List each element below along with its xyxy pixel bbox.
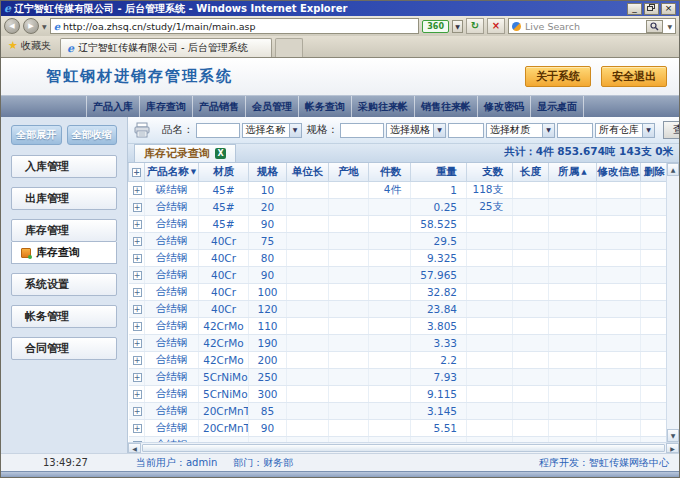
- minimize-button[interactable]: _: [627, 3, 642, 15]
- expand-icon[interactable]: +: [133, 390, 142, 399]
- column-header-product-name[interactable]: 产品名称▼: [145, 163, 199, 181]
- expand-icon[interactable]: +: [133, 186, 142, 195]
- menu-item-4[interactable]: 会员管理: [246, 96, 299, 117]
- inventory-query-tab[interactable]: 库存记录查询 X: [134, 144, 236, 162]
- expand-icon[interactable]: +: [133, 373, 142, 382]
- cell-delete[interactable]: [641, 402, 667, 419]
- history-dropdown-icon[interactable]: ▼: [42, 23, 47, 30]
- back-button[interactable]: ◀: [4, 18, 20, 34]
- scroll-right-icon[interactable]: ▶: [666, 443, 679, 453]
- restore-button[interactable]: [644, 3, 659, 15]
- refresh-button[interactable]: ↻: [466, 18, 484, 34]
- menu-item-6[interactable]: 采购往来帐: [352, 96, 415, 117]
- menu-item-5[interactable]: 帐务查询: [299, 96, 352, 117]
- new-tab-button[interactable]: [275, 38, 303, 57]
- cell-delete[interactable]: [641, 232, 667, 249]
- favorites-button[interactable]: ★ 收藏夹: [4, 39, 57, 57]
- menu-item-9[interactable]: 显示桌面: [531, 96, 584, 117]
- cell-delete[interactable]: [641, 249, 667, 266]
- sidebar-group-button[interactable]: 入库管理: [11, 155, 117, 178]
- column-header-modify-info[interactable]: 修改信息: [597, 163, 641, 181]
- row-expand-cell[interactable]: +: [129, 266, 145, 283]
- cell-delete[interactable]: [641, 334, 667, 351]
- row-expand-cell[interactable]: +: [129, 198, 145, 215]
- row-expand-cell[interactable]: +: [129, 368, 145, 385]
- about-system-button[interactable]: 关于系统: [525, 66, 591, 87]
- row-expand-cell[interactable]: +: [129, 181, 145, 198]
- collapse-all-button[interactable]: 全部收缩: [67, 125, 118, 145]
- sidebar-group-button[interactable]: 库存管理: [11, 219, 117, 242]
- row-expand-cell[interactable]: +: [129, 334, 145, 351]
- row-expand-cell[interactable]: +: [129, 317, 145, 334]
- sidebar-item[interactable]: 库存查询: [11, 242, 117, 264]
- row-expand-cell[interactable]: +: [129, 351, 145, 368]
- name-input[interactable]: [196, 123, 240, 138]
- column-header-weight[interactable]: 重量: [411, 163, 467, 181]
- address-url[interactable]: http://oa.zhsq.cn/study/1/main/main.asp: [63, 21, 256, 32]
- expand-icon[interactable]: +: [133, 203, 142, 212]
- row-expand-cell[interactable]: +: [129, 419, 145, 436]
- expand-icon[interactable]: +: [133, 220, 142, 229]
- excel-export-icon[interactable]: X: [215, 148, 226, 159]
- cell-delete[interactable]: [641, 198, 667, 215]
- cell-delete[interactable]: [641, 266, 667, 283]
- expand-icon[interactable]: +: [133, 254, 142, 263]
- expand-icon[interactable]: +: [133, 237, 142, 246]
- sidebar-group-button[interactable]: 帐务管理: [11, 305, 117, 328]
- expand-all-button[interactable]: 全部展开: [11, 125, 62, 145]
- material-input[interactable]: [448, 123, 484, 138]
- row-expand-cell[interactable]: +: [129, 232, 145, 249]
- menu-item-1[interactable]: 产品入库: [86, 96, 140, 117]
- menu-item-3[interactable]: 产品销售: [193, 96, 246, 117]
- horizontal-scrollbar[interactable]: ◀ ▶: [128, 442, 679, 453]
- expand-icon[interactable]: +: [132, 168, 141, 177]
- menu-item-2[interactable]: 库存查询: [140, 96, 193, 117]
- expand-all-header[interactable]: +: [129, 163, 145, 181]
- cell-delete[interactable]: [641, 351, 667, 368]
- cell-delete[interactable]: [641, 215, 667, 232]
- expand-icon[interactable]: +: [133, 288, 142, 297]
- sidebar-group-button[interactable]: 系统设置: [11, 273, 117, 296]
- logout-button[interactable]: 安全退出: [601, 66, 667, 87]
- cell-delete[interactable]: [641, 419, 667, 436]
- cell-delete[interactable]: [641, 300, 667, 317]
- row-expand-cell[interactable]: +: [129, 402, 145, 419]
- cell-delete[interactable]: [641, 385, 667, 402]
- row-expand-cell[interactable]: +: [129, 249, 145, 266]
- column-header-piece-count[interactable]: 件数: [369, 163, 411, 181]
- column-header-origin[interactable]: 产地: [329, 163, 369, 181]
- column-header-unit-length[interactable]: 单位长: [287, 163, 329, 181]
- spec-select[interactable]: 选择规格▼: [386, 123, 446, 138]
- menu-item-7[interactable]: 销售往来帐: [415, 96, 478, 117]
- row-expand-cell[interactable]: +: [129, 385, 145, 402]
- cell-delete[interactable]: [641, 368, 667, 385]
- forward-button[interactable]: ▶: [23, 18, 39, 34]
- cell-delete[interactable]: [641, 181, 667, 198]
- column-header-length[interactable]: 长度: [513, 163, 549, 181]
- search-input[interactable]: Live Search ▼: [508, 18, 676, 34]
- search-go-button[interactable]: [646, 20, 663, 33]
- badge-360[interactable]: 360: [422, 20, 449, 33]
- scroll-up-icon[interactable]: ▲: [667, 163, 679, 176]
- column-header-spec[interactable]: 规格: [249, 163, 287, 181]
- column-header-material[interactable]: 材质: [199, 163, 249, 181]
- name-select[interactable]: 选择名称▼: [242, 123, 302, 138]
- address-bar[interactable]: e http://oa.zhsq.cn/study/1/main/main.as…: [50, 18, 420, 34]
- badge-360-dropdown-icon[interactable]: ▼: [452, 20, 463, 33]
- search-dropdown-icon[interactable]: ▼: [667, 23, 672, 30]
- query-button[interactable]: 查询: [663, 121, 679, 139]
- printer-icon[interactable]: [133, 122, 151, 138]
- column-header-bar-count[interactable]: 支数: [467, 163, 513, 181]
- cell-delete[interactable]: [641, 317, 667, 334]
- expand-icon[interactable]: +: [133, 407, 142, 416]
- close-button[interactable]: ×: [661, 3, 676, 15]
- row-expand-cell[interactable]: +: [129, 283, 145, 300]
- warehouse-input[interactable]: [557, 123, 593, 138]
- expand-icon[interactable]: +: [133, 424, 142, 433]
- scroll-left-icon[interactable]: ◀: [128, 443, 141, 453]
- stop-button[interactable]: ×: [487, 18, 505, 34]
- scroll-down-icon[interactable]: ▼: [667, 429, 679, 442]
- spec-input[interactable]: [340, 123, 384, 138]
- expand-icon[interactable]: +: [133, 322, 142, 331]
- row-expand-cell[interactable]: +: [129, 215, 145, 232]
